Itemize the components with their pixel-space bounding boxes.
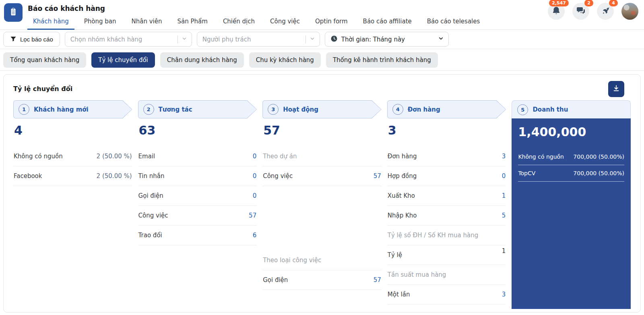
row-value: 700,000 (50.00%) (573, 170, 624, 176)
row-value: 5 (502, 212, 506, 219)
table-row: Một lần 3 (387, 285, 506, 305)
stage-total: 3 (388, 123, 506, 139)
tab-cong-viec[interactable]: Công việc (264, 18, 305, 30)
stage-number: 5 (517, 104, 528, 115)
row-value: 0 (253, 192, 257, 199)
funnel-stage-new-customers: 1 Khách hàng mới 4 Không có nguồn 2 (50.… (13, 100, 132, 310)
table-row: Facebook 2 (50.00 %) (13, 166, 132, 186)
row-label: Tỷ lệ (388, 251, 402, 259)
tab-chien-dich[interactable]: Chiến dịch (217, 18, 260, 30)
stage-total: 4 (14, 123, 132, 139)
row-value: 57 (374, 276, 381, 284)
group-header-row: Theo dự án (262, 147, 382, 166)
table-row: Công việc 57 (138, 206, 257, 226)
stage-label: Khách hàng mới (34, 106, 89, 113)
row-label: Đơn hàng (388, 153, 417, 160)
row-label: Tần suất mua hàng (388, 271, 446, 278)
row-value: 700,000 (50.00%) (573, 153, 624, 160)
notifications-button[interactable]: 2,547 (548, 3, 565, 20)
table-row: Trao đổi 6 (138, 226, 257, 245)
messages-badge: 2 (584, 0, 593, 6)
row-value: 2 (50.00 %) (97, 172, 132, 180)
table-row: Công việc 57 (262, 166, 382, 186)
rocket-icon (601, 6, 610, 17)
tab-san-pham[interactable]: Sản Phẩm (172, 18, 213, 30)
stage-total: 1,400,000 (518, 118, 624, 139)
customer-group-select[interactable]: Chọn nhóm khách hàng (65, 32, 192, 47)
funnel-stage-activities: 3 Hoạt động 57 Theo dự án Công việc 57 T… (262, 100, 382, 310)
group-header-row: Tỷ lệ số ĐH / Số KH mua hàng (387, 226, 506, 245)
table-row: Không có nguồn 700,000 (50.00%) (518, 149, 624, 165)
bell-icon (551, 6, 561, 17)
header-actions: 2,547 2 4 (548, 3, 638, 20)
row-label: Tỷ lệ số ĐH / Số KH mua hàng (388, 232, 478, 239)
report-tab-ty-le-chuyen-doi[interactable]: Tỷ lệ chuyển đổi (91, 52, 155, 68)
tab-nhan-vien[interactable]: Nhân viên (126, 18, 168, 30)
row-label: Email (138, 153, 155, 160)
table-row: Không có nguồn 2 (50.00 %) (13, 147, 132, 166)
row-value: 6 (253, 232, 257, 239)
chevron-down-icon (438, 35, 444, 43)
revenue-panel: 1,400,000 Không có nguồn 700,000 (50.00%… (512, 118, 631, 309)
select-divider (178, 35, 178, 44)
group-header-row: Tần suất mua hàng (387, 265, 506, 285)
tab-khach-hang[interactable]: Khách hàng (27, 18, 74, 30)
row-label: Tin nhắn (138, 172, 165, 180)
assignee-placeholder: Người phụ trách (202, 36, 305, 43)
time-range-select[interactable]: Thời gian: Tháng này (325, 32, 449, 47)
table-row: Nhập Kho 5 (387, 206, 506, 226)
table-row: Email 0 (138, 147, 257, 166)
table-row: Tin nhắn 0 (138, 166, 257, 186)
stage-total: 57 (263, 123, 382, 139)
stage-header: 1 Khách hàng mới (13, 100, 132, 118)
notifications-badge: 2,547 (549, 0, 569, 6)
row-label: Trao đổi (138, 232, 162, 239)
stage-header: 5 Doanh thu (512, 100, 631, 118)
row-label: Nhập Kho (388, 212, 417, 219)
page-title: Báo cáo khách hàng (28, 4, 105, 12)
table-row: Tỷ lệ 1 (387, 245, 506, 265)
download-button[interactable] (608, 81, 624, 97)
tab-bao-cao-telesales[interactable]: Báo cáo telesales (421, 18, 486, 30)
report-tab-hanh-trinh[interactable]: Thống kê hành trình khách hàng (326, 52, 438, 68)
funnel-stage-orders: 4 Đơn hàng 3 Đơn hàng 3 Hợp đồng 0 Xuất … (387, 100, 506, 310)
report-tab-bar: Tổng quan khách hàng Tỷ lệ chuyển đổi Ch… (0, 49, 644, 71)
download-icon (612, 84, 620, 94)
assignee-select[interactable]: Người phụ trách (197, 32, 320, 47)
funnel-stage-interactions: 2 Tương tác 63 Email 0 Tin nhắn 0 Gọi đi… (138, 100, 257, 310)
row-value: 0 (502, 172, 506, 180)
updates-button[interactable]: 4 (597, 3, 614, 20)
row-label: Công việc (138, 212, 168, 219)
filter-bar: Lọc báo cáo Chọn nhóm khách hàng Người p… (0, 30, 644, 49)
row-value: 57 (249, 212, 256, 219)
report-tab-chan-dung[interactable]: Chân dung khách hàng (160, 52, 244, 68)
table-row: Xuất Kho 1 (387, 186, 506, 206)
stage-total: 63 (139, 123, 257, 139)
report-tab-chu-ky[interactable]: Chu kỳ khách hàng (249, 52, 321, 68)
tab-optin-form[interactable]: Optin form (310, 18, 353, 30)
avatar[interactable] (621, 3, 638, 20)
tab-phong-ban[interactable]: Phòng ban (78, 18, 122, 30)
filter-report-button[interactable]: Lọc báo cáo (3, 32, 60, 47)
customer-group-placeholder: Chọn nhóm khách hàng (70, 36, 178, 43)
table-row: Đơn hàng 3 (387, 147, 506, 166)
stage-label: Đơn hàng (408, 106, 440, 113)
chat-icon (576, 6, 586, 17)
row-label: TopCV (518, 170, 535, 176)
row-label: Không có nguồn (14, 153, 63, 160)
tab-bao-cao-affiliate[interactable]: Báo cáo affiliate (357, 18, 417, 30)
section-title: Tỷ lệ chuyển đổi (13, 85, 72, 93)
row-value: 2 (50.00 %) (97, 153, 132, 160)
time-range-value: Thời gian: Tháng này (341, 36, 434, 43)
chevron-down-icon (182, 36, 187, 43)
app-logo[interactable] (4, 3, 23, 22)
row-label: Gọi điện (263, 276, 288, 284)
app-header: Báo cáo khách hàng Khách hàng Phòng ban … (0, 0, 644, 30)
row-label: Một lần (388, 291, 410, 298)
top-nav: Khách hàng Phòng ban Nhân viên Sản Phẩm … (27, 18, 485, 30)
messages-button[interactable]: 2 (572, 3, 589, 20)
row-label: Hợp đồng (388, 172, 417, 180)
stage-number: 3 (268, 104, 279, 115)
report-tab-tong-quan[interactable]: Tổng quan khách hàng (3, 52, 86, 68)
conversion-report-card: Tỷ lệ chuyển đổi 1 Khách hàng mới 4 Khôn… (3, 74, 641, 313)
